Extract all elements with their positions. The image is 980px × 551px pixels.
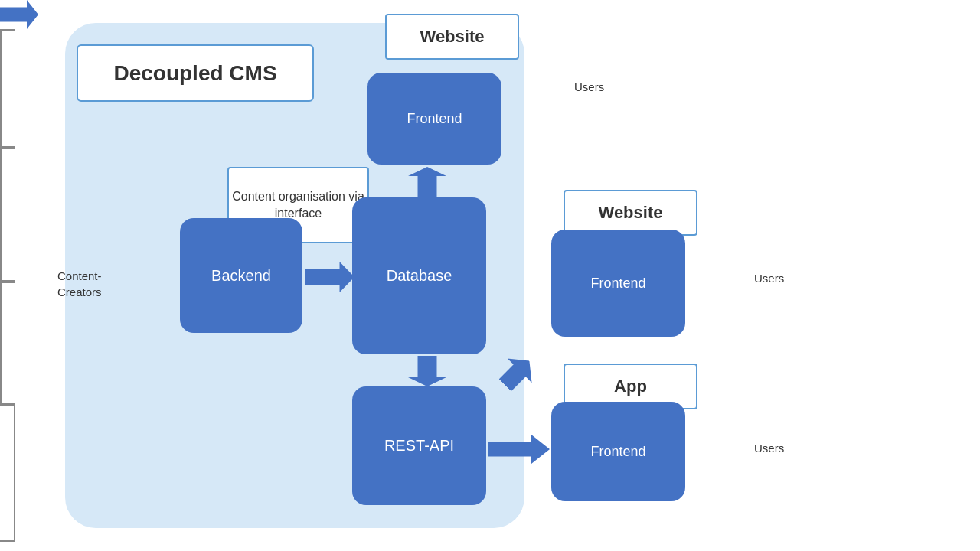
users-top-label: Users: [574, 80, 604, 93]
backend-block: Backend: [180, 218, 302, 333]
frontend-bot-block: Frontend: [551, 402, 685, 501]
backend-label: Backend: [211, 267, 271, 285]
app-label: App: [614, 377, 647, 396]
decoupled-cms-label: Decoupled CMS: [113, 61, 276, 86]
frontend-mid-block: Frontend: [551, 230, 685, 337]
users-bot-label: Users: [754, 442, 784, 455]
database-block: Database: [352, 197, 486, 354]
bracket-creators: [0, 404, 15, 542]
content-org-label: Content organisation via interface: [229, 188, 368, 223]
arrow-database-frontend-mid: [0, 0, 38, 29]
users-mid-label: Users: [754, 272, 784, 285]
frontend-mid-label: Frontend: [590, 276, 645, 292]
frontend-top-label: Frontend: [407, 111, 462, 127]
frontend-top-block: Frontend: [368, 73, 501, 165]
frontend-bot-label: Frontend: [590, 444, 645, 460]
bracket-users-top: [0, 29, 15, 148]
website-mid-label: Website: [599, 203, 663, 223]
website-top-label: Website: [420, 27, 485, 47]
creators-label: Content- Creators: [57, 268, 102, 300]
bracket-users-bot: [0, 282, 15, 404]
bracket-users-mid: [0, 148, 15, 282]
database-label: Database: [387, 267, 452, 285]
diagram-container: Decoupled CMS Content organisation via i…: [0, 0, 980, 551]
restapi-label: REST-API: [384, 437, 454, 455]
website-mid-box: Website: [564, 190, 697, 236]
decoupled-cms-box: Decoupled CMS: [77, 44, 314, 102]
creators-line1: Content-: [57, 269, 102, 282]
restapi-block: REST-API: [352, 386, 486, 505]
creators-line2: Creators: [57, 285, 102, 298]
website-top-box: Website: [385, 14, 519, 60]
